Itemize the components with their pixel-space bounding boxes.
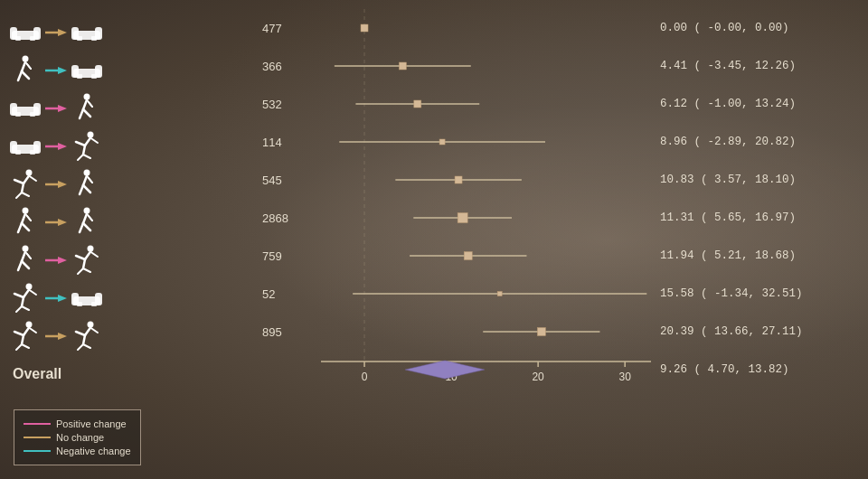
svg-line-98 [14, 294, 24, 297]
svg-line-34 [80, 109, 83, 118]
svg-marker-74 [58, 219, 67, 226]
from-icon-2 [9, 92, 42, 125]
svg-line-80 [89, 216, 92, 221]
forest-plot-container: Overall 477366532114545286875952895 0102… [0, 0, 868, 479]
svg-line-17 [27, 64, 31, 69]
forest-plot-svg: 0102030 [312, 9, 660, 470]
svg-rect-144 [455, 176, 462, 183]
arrow-icon-8 [43, 325, 69, 347]
svg-line-120 [85, 328, 90, 336]
n-cell-6: 759 [262, 237, 312, 275]
from-icon-8 [9, 320, 42, 352]
from-icon-5 [9, 206, 42, 239]
svg-line-91 [76, 256, 85, 259]
ci-cell-8: 20.39 ( 13.66, 27.11) [660, 313, 859, 351]
svg-line-92 [83, 259, 85, 268]
to-icon-2 [71, 92, 103, 125]
ci-cell-5: 11.31 ( 5.65, 16.97) [660, 199, 859, 237]
svg-line-51 [83, 155, 90, 158]
arrow-icon-1 [43, 60, 69, 81]
svg-line-14 [18, 71, 22, 80]
svg-line-66 [89, 178, 92, 183]
overall-label: Overall [9, 366, 61, 382]
from-icon-3 [9, 130, 42, 163]
svg-line-54 [14, 180, 24, 183]
n-cell-5: 2868 [262, 199, 312, 237]
svg-line-97 [24, 290, 29, 298]
from-icon-0 [9, 16, 42, 49]
svg-rect-42 [30, 150, 35, 155]
from-icon-4 [9, 168, 42, 201]
svg-line-46 [85, 138, 90, 146]
svg-line-33 [83, 100, 87, 110]
svg-line-100 [16, 306, 22, 312]
ci-cell-4: 10.83 ( 3.57, 18.10) [660, 161, 859, 199]
svg-line-62 [83, 176, 87, 186]
icon-row-2 [9, 89, 262, 127]
n-cell-7: 52 [262, 275, 312, 313]
arrow-icon-3 [43, 136, 69, 157]
svg-line-15 [22, 71, 29, 79]
svg-marker-118 [58, 333, 67, 340]
svg-line-78 [83, 223, 90, 230]
svg-text:20: 20 [532, 371, 544, 383]
to-icon-8 [71, 320, 103, 352]
to-icon-4 [71, 168, 103, 201]
svg-line-95 [83, 268, 90, 272]
n-cell-1: 366 [262, 47, 312, 85]
svg-line-125 [83, 344, 90, 348]
svg-rect-150 [497, 292, 502, 296]
n-cell-3: 114 [262, 123, 312, 161]
svg-line-76 [83, 214, 87, 224]
svg-line-111 [24, 328, 29, 336]
svg-marker-31 [58, 105, 67, 112]
icon-row-7 [9, 279, 262, 317]
svg-marker-6 [58, 29, 67, 36]
to-icon-7 [71, 282, 103, 315]
svg-line-55 [22, 183, 24, 193]
svg-rect-142 [439, 139, 445, 145]
svg-line-101 [29, 290, 36, 296]
arrow-icon-4 [43, 174, 69, 195]
svg-line-13 [22, 62, 25, 72]
svg-line-114 [16, 344, 22, 350]
icon-row-5 [9, 203, 262, 241]
svg-rect-28 [15, 112, 21, 117]
svg-line-115 [29, 328, 36, 333]
svg-line-48 [83, 146, 85, 155]
n-column: 477366532114545286875952895 [262, 9, 312, 470]
arrow-icon-5 [43, 211, 69, 233]
svg-line-82 [22, 252, 25, 262]
svg-line-50 [90, 138, 98, 144]
svg-marker-88 [58, 257, 67, 264]
icon-row-8 [9, 317, 262, 355]
svg-line-112 [14, 332, 24, 335]
icon-row-3 [9, 127, 262, 165]
to-icon-5 [71, 206, 103, 239]
svg-line-63 [80, 185, 83, 194]
svg-line-86 [27, 254, 31, 258]
svg-marker-60 [58, 181, 67, 188]
to-icon-1 [71, 54, 103, 87]
n-cell-0: 477 [262, 9, 312, 47]
svg-line-70 [22, 223, 29, 230]
n-cell-overall [262, 351, 312, 389]
svg-line-77 [80, 223, 83, 232]
svg-line-68 [22, 214, 25, 224]
ci-cell-0: 0.00 ( -0.00, 0.00) [660, 9, 859, 47]
svg-rect-148 [464, 252, 472, 260]
svg-line-49 [78, 155, 83, 160]
arrow-icon-2 [43, 98, 69, 119]
svg-rect-138 [399, 62, 406, 70]
icon-row-6 [9, 241, 262, 279]
svg-marker-153 [405, 361, 485, 379]
svg-text:30: 30 [619, 371, 632, 383]
svg-line-116 [22, 344, 29, 348]
from-icon-7 [9, 282, 42, 315]
to-icon-6 [71, 244, 103, 277]
svg-line-56 [16, 193, 22, 198]
chart-area: 0102030 [312, 9, 660, 470]
n-cell-2: 532 [262, 85, 312, 123]
arrow-icon-7 [43, 287, 69, 309]
ci-cell-2: 6.12 ( -1.00, 13.24) [660, 85, 859, 123]
